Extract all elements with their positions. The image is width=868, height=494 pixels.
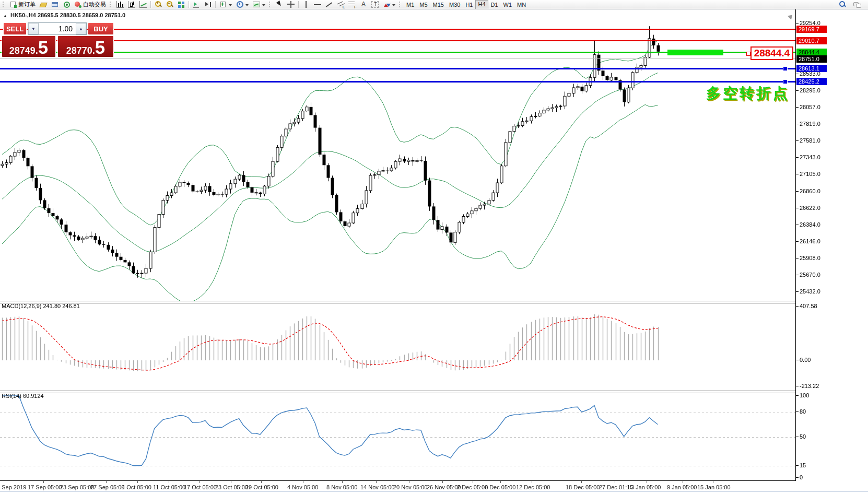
horizontal-line-28613.1[interactable] xyxy=(0,68,795,69)
toolbar-grip[interactable] xyxy=(3,2,6,7)
auto-scroll-button[interactable] xyxy=(191,1,202,9)
top-toolbar: 新订单 自动交易 + − M1 xyxy=(0,0,868,9)
sell-price-main: 28749 xyxy=(9,46,36,55)
arrows-tool-button[interactable] xyxy=(381,1,397,9)
timeframe-m30[interactable]: M30 xyxy=(447,1,463,9)
autotrade-button[interactable]: 自动交易 xyxy=(72,1,108,9)
price-badge-28613.1: 28613.1 xyxy=(796,65,827,72)
autotrade-label: 自动交易 xyxy=(83,1,106,8)
cursor-button[interactable] xyxy=(274,1,285,9)
search-button[interactable] xyxy=(837,1,848,9)
new-order-button[interactable]: 新订单 xyxy=(7,1,38,9)
date-tick xyxy=(76,481,76,483)
horizontal-line-28751[interactable] xyxy=(0,58,795,59)
date-label: 18 Dec 05:00 xyxy=(566,484,600,490)
chart-canvas[interactable] xyxy=(0,0,868,494)
ohlc-values: 28695.5 28830.5 28659.0 28751.0 xyxy=(38,12,125,18)
date-label: 11 Oct 05:00 xyxy=(153,484,185,490)
horizontal-line-button[interactable] xyxy=(312,1,323,9)
zoom-out-button[interactable]: − xyxy=(164,1,175,9)
toolbar-grip[interactable] xyxy=(399,2,402,7)
timeframe-h1[interactable]: H1 xyxy=(463,1,475,9)
timeframe-w1[interactable]: W1 xyxy=(501,1,515,9)
annotation-text[interactable]: 多空转折点 xyxy=(706,84,790,103)
line-handle[interactable] xyxy=(783,66,788,71)
buy-button[interactable]: BUY xyxy=(88,22,114,35)
timeframe-m1[interactable]: M1 xyxy=(404,1,417,9)
text-tool-button[interactable] xyxy=(358,1,369,9)
chart-window-button[interactable] xyxy=(49,1,61,9)
price-axis-line xyxy=(795,9,796,481)
trendline-button[interactable] xyxy=(323,1,335,9)
price-level-box[interactable]: 28844.4 xyxy=(750,46,793,60)
volume-decrease-button[interactable]: ▼ xyxy=(28,23,39,34)
zoom-in-button[interactable]: + xyxy=(153,1,164,9)
date-label: 9 Jan 05:00 xyxy=(667,484,697,490)
templates-button[interactable] xyxy=(251,1,267,9)
date-label: 2 Dec 05:00 xyxy=(457,484,488,490)
date-label: 27 Dec 01:15 xyxy=(599,484,633,490)
pane-separator[interactable] xyxy=(0,301,795,303)
horizontal-line-29169.7[interactable] xyxy=(0,29,795,30)
vertical-line-icon xyxy=(302,1,310,8)
chart-shift-button[interactable] xyxy=(202,1,214,9)
toolbar-grip[interactable] xyxy=(110,2,113,7)
toolbar-separator xyxy=(298,1,299,8)
horizontal-line-28425.2[interactable] xyxy=(0,81,795,83)
equidistant-channel-button[interactable] xyxy=(335,1,346,9)
volume-value[interactable]: 1.00 xyxy=(39,23,76,34)
vertical-line-button[interactable] xyxy=(300,1,312,9)
chat-button[interactable] xyxy=(851,1,863,9)
price-tick-28295: 28295.0 xyxy=(800,87,820,93)
date-tick xyxy=(473,481,473,483)
rsi-label: RSI(14) 60.9124 xyxy=(2,393,44,399)
fibonacci-button[interactable] xyxy=(346,1,358,9)
crosshair-button[interactable] xyxy=(285,1,297,9)
date-tick xyxy=(342,481,343,483)
signals-button[interactable] xyxy=(61,1,72,9)
line-chart-button[interactable] xyxy=(137,1,149,9)
candlestick-chart-button[interactable] xyxy=(126,1,137,9)
new-order-icon xyxy=(9,1,17,8)
date-tick xyxy=(713,481,713,483)
timeframe-h4[interactable]: H4 xyxy=(475,0,488,9)
sell-button[interactable]: SELL xyxy=(3,22,27,35)
date-label: 3 Jan 05:00 xyxy=(631,484,661,490)
price-badge-29169.7: 29169.7 xyxy=(796,26,827,33)
green-highlight-bar[interactable] xyxy=(667,50,723,55)
timeframe-m5[interactable]: M5 xyxy=(417,1,430,9)
date-label: 17 Sep 05:00 xyxy=(28,484,62,490)
zoom-in-icon: + xyxy=(155,1,162,8)
macd-axis-407.58: 407.58 xyxy=(800,303,817,309)
timeframe-mn[interactable]: MN xyxy=(514,1,529,9)
rsi-axis-100: 100 xyxy=(800,392,809,398)
template-icon xyxy=(253,1,260,8)
price-badge-28751.0: 28751.0 xyxy=(796,55,827,63)
buy-price-frac: 5 xyxy=(95,40,105,55)
search-icon xyxy=(839,1,846,8)
date-tick xyxy=(376,481,377,483)
pane-separator[interactable] xyxy=(0,391,795,393)
bar-chart-button[interactable] xyxy=(114,1,126,9)
date-tick xyxy=(500,481,501,483)
eraser-icon xyxy=(40,1,47,8)
buy-price-button[interactable]: 28770 . 5 xyxy=(57,36,114,57)
price-tick-25908: 25908.0 xyxy=(800,255,820,261)
tile-windows-button[interactable] xyxy=(175,1,187,9)
text-label-button[interactable] xyxy=(369,1,381,9)
eraser-button[interactable] xyxy=(38,1,49,9)
add-indicator-button[interactable] xyxy=(217,1,234,9)
timeframe-d1[interactable]: D1 xyxy=(488,1,501,9)
horizontal-line-29010.7[interactable] xyxy=(0,40,795,41)
sell-price-button[interactable]: 28749 . 5 xyxy=(2,36,56,57)
date-label: 26 Nov 05:00 xyxy=(427,484,461,490)
timeframe-m15[interactable]: M15 xyxy=(430,1,447,9)
date-label: 4 Oct 05:00 xyxy=(122,484,151,490)
date-tick xyxy=(615,481,615,483)
buy-label: BUY xyxy=(93,25,108,33)
chart-window-icon xyxy=(51,1,58,8)
volume-increase-button[interactable]: ▲ xyxy=(76,23,86,34)
periods-button[interactable] xyxy=(234,1,251,9)
new-order-label: 新订单 xyxy=(18,1,36,8)
toolbar-grip[interactable] xyxy=(269,2,272,7)
